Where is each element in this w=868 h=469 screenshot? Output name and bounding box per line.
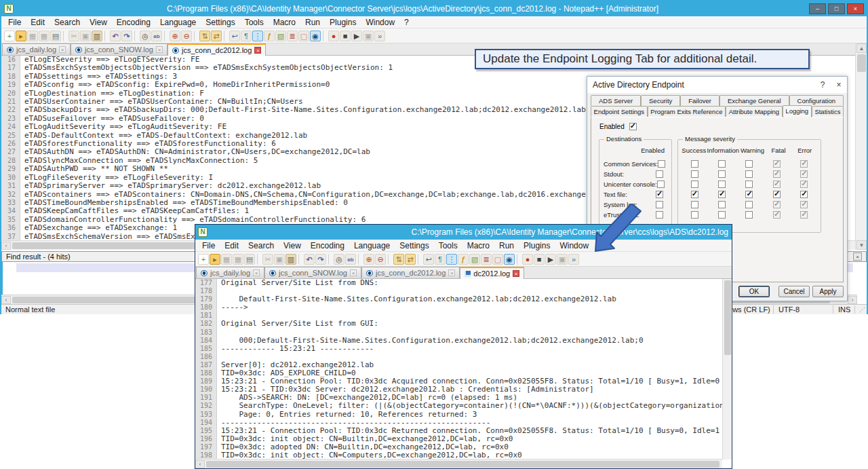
monitoring-eye-icon[interactable]: ◉ — [310, 31, 321, 41]
save-all-icon[interactable]: ▦ — [39, 31, 50, 41]
function-list-icon[interactable]: ƒ — [264, 31, 275, 41]
severity-checkbox[interactable] — [691, 211, 698, 219]
sync-vertical-icon[interactable]: ⇅ — [393, 254, 404, 265]
sync-horizontal-icon[interactable]: ⇄ — [405, 254, 416, 265]
severity-checkbox[interactable] — [773, 201, 781, 208]
severity-checkbox[interactable] — [745, 201, 753, 208]
tab-close-icon[interactable]: × — [59, 46, 66, 53]
save-icon[interactable]: ▦ — [27, 31, 38, 41]
tab-close-icon[interactable]: × — [253, 269, 260, 276]
apply-button[interactable]: Apply — [812, 286, 844, 297]
menu-item[interactable]: Window — [361, 18, 399, 27]
stdout-enabled-checkbox[interactable] — [656, 170, 663, 178]
indent-guide-icon[interactable]: ⋮ — [252, 31, 263, 41]
second-editor-hscrollbar[interactable]: ‹ — [195, 459, 722, 468]
toolbar-separator[interactable] — [388, 254, 391, 265]
replace-icon[interactable]: ab — [345, 254, 356, 265]
menu-item[interactable]: Run — [494, 241, 519, 250]
severity-checkbox[interactable] — [773, 191, 781, 198]
menu-item[interactable]: View — [85, 18, 112, 27]
tab-close-icon[interactable]: × — [254, 47, 261, 54]
toolbar-separator[interactable] — [358, 254, 361, 265]
show-all-characters-icon[interactable]: ¶ — [435, 254, 446, 265]
print-icon[interactable]: ▤ — [244, 254, 255, 265]
tab-dc2012-log[interactable]: dc2012.log × — [460, 267, 524, 279]
common-services-enabled-checkbox[interactable] — [658, 160, 665, 168]
severity-checkbox[interactable] — [718, 211, 726, 219]
document-list-icon[interactable]: ≣ — [287, 31, 298, 41]
save-macro-icon[interactable]: ▣ — [363, 31, 374, 41]
paste-icon[interactable]: ▥ — [285, 254, 296, 265]
close-icon[interactable]: × — [831, 80, 847, 90]
play-macro-icon[interactable]: ▶ — [545, 254, 556, 265]
tab-jcs-conn-snow-log[interactable]: jcs_conn_SNOW.log × — [71, 43, 167, 55]
redo-icon[interactable]: ↷ — [121, 31, 132, 41]
tab-jcs-daily-log[interactable]: jcs_daily.log × — [196, 267, 264, 278]
menu-item[interactable]: Language — [155, 18, 201, 27]
menu-item[interactable]: Run — [300, 18, 325, 27]
toolbar-separator[interactable] — [418, 254, 421, 265]
tab-security[interactable]: Security — [641, 95, 680, 106]
text-file-enabled-checkbox[interactable] — [656, 191, 663, 198]
severity-checkbox[interactable] — [745, 211, 753, 219]
document-map-icon[interactable]: ▧ — [469, 254, 480, 265]
tab-program-exits-reference[interactable]: Program Exits Reference — [648, 106, 726, 117]
menu-item[interactable]: File — [197, 241, 220, 250]
menu-item[interactable]: Encoding — [306, 241, 349, 250]
scrollbar-thumb[interactable] — [724, 280, 731, 355]
minimize-button[interactable]: – — [809, 3, 826, 14]
new-file-icon[interactable]: + — [198, 254, 209, 265]
play-macro-icon[interactable]: ▶ — [351, 31, 362, 41]
menu-item[interactable]: Edit — [220, 241, 243, 250]
close-button[interactable]: × — [847, 3, 864, 14]
severity-checkbox[interactable] — [745, 160, 753, 168]
toolbar-separator[interactable] — [224, 31, 227, 41]
menu-item[interactable]: ? — [399, 18, 414, 27]
scroll-left-icon[interactable]: ‹ — [1, 242, 11, 250]
tab-statistics[interactable]: Statistics — [812, 106, 844, 117]
tab-jcs-conn-dc2012-log[interactable]: jcs_conn_dc2012.log × — [167, 43, 266, 56]
tab-configuration[interactable]: Configuration — [789, 95, 844, 106]
severity-checkbox[interactable] — [773, 181, 781, 188]
severity-checkbox[interactable] — [718, 191, 726, 198]
copy-icon[interactable]: ▣ — [80, 31, 91, 41]
severity-checkbox[interactable] — [800, 181, 808, 188]
resize-grip-icon[interactable]: ⋰ — [859, 306, 865, 313]
unicenter-console-enabled-checkbox[interactable] — [657, 181, 665, 188]
toolbar-separator[interactable] — [323, 31, 326, 41]
severity-checkbox[interactable] — [800, 170, 808, 178]
close-icon[interactable]: × — [853, 252, 862, 261]
cut-icon[interactable]: ✂ — [262, 254, 273, 265]
severity-checkbox[interactable] — [718, 160, 726, 168]
replace-icon[interactable]: ab — [151, 31, 162, 41]
open-folder-icon[interactable]: ▸ — [16, 31, 26, 41]
severity-checkbox[interactable] — [691, 160, 698, 168]
record-macro-icon[interactable]: ● — [328, 31, 339, 41]
severity-checkbox[interactable] — [691, 181, 698, 188]
toolbar-separator[interactable] — [104, 31, 108, 41]
menu-item[interactable]: View — [279, 241, 306, 250]
severity-checkbox[interactable] — [800, 160, 808, 168]
tab-jcs-conn-dc2012-log[interactable]: jcs_conn_dc2012.log × — [361, 267, 460, 278]
tab-close-icon[interactable]: × — [513, 270, 519, 277]
document-switcher-icon[interactable]: ▢ — [298, 31, 309, 41]
menu-item[interactable]: Settings — [201, 18, 239, 27]
severity-checkbox[interactable] — [691, 170, 698, 178]
ok-button[interactable]: OK — [738, 286, 770, 297]
zoom-out-icon[interactable]: ⊖ — [181, 31, 192, 41]
toolbar-separator[interactable] — [63, 31, 66, 41]
tab-jcs-daily-log[interactable]: jcs_daily.log × — [2, 43, 71, 55]
menu-item[interactable]: Plugins — [325, 18, 361, 27]
zoom-in-icon[interactable]: ⊕ — [363, 254, 374, 265]
cancel-button[interactable]: Cancel — [778, 286, 810, 297]
second-editor-vscrollbar[interactable] — [722, 279, 732, 459]
function-list-icon[interactable]: ƒ — [458, 254, 469, 265]
severity-checkbox[interactable] — [773, 211, 781, 219]
find-icon[interactable]: ◎ — [140, 31, 151, 41]
toolbar-separator[interactable] — [298, 254, 302, 265]
word-wrap-icon[interactable]: ↩ — [229, 31, 240, 41]
severity-checkbox[interactable] — [718, 170, 726, 178]
toolbar-separator[interactable] — [517, 254, 520, 265]
tab-endpoint-settings[interactable]: Endpoint Settings — [591, 106, 648, 117]
scroll-right-icon[interactable]: › — [848, 296, 857, 304]
